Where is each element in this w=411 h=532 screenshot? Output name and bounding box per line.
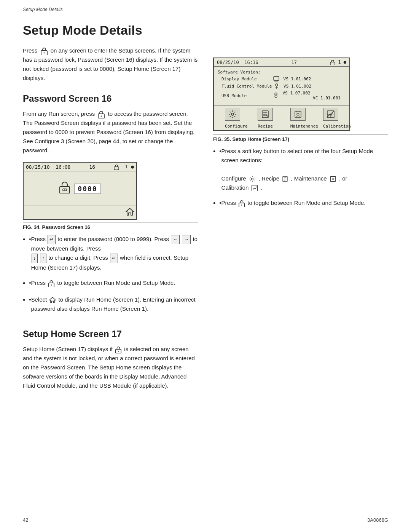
svg-point-48 [241,204,242,206]
fluid-module-icon [274,83,279,89]
sh-label-maintenance: Maintenance [290,124,306,129]
sh-label-fluid: Fluid Control Module [218,84,272,89]
sh-value-fluid: VS 1.01.002 [274,83,311,89]
setup-home-heading: Setup Home Screen 17 [23,329,198,339]
header-meta: Setup Mode Details [23,0,388,16]
intro-press-label: Press [23,47,37,54]
svg-rect-4 [114,167,119,170]
password-screen-body: From any Run screen, press to access the… [23,109,198,155]
bullet-item-2: • Press to toggle between Run Mode and S… [23,278,198,289]
sh-label-calibration: Calibration [323,124,338,129]
bullet-content-2: Press to toggle between Run Mode and Set… [31,278,198,288]
maintenance-icon-inline [329,175,337,183]
svg-point-39 [251,178,253,180]
left-arrow-icon: ← [171,235,180,244]
up-arrow-icon: ↑ [40,254,46,263]
svg-point-13 [118,351,119,352]
sh-bullet-1: • Press a soft key button to select one … [213,147,388,192]
lcd-screen-16: 08/25/10 16:08 16 1 ● [23,162,137,220]
display-module-icon [273,76,279,81]
sh-value-display: VS 1.01.002 [273,76,311,81]
sh-datetime: 08/25/10 16:16 [217,60,258,65]
enter-icon-2: ↵ [110,254,118,263]
right-column: 08/25/10 16:16 17 1 ● Software Version: [213,46,388,215]
svg-marker-8 [126,208,134,215]
sh-screen-num: 17 [292,60,297,65]
sh-value-usb: VS 1.07.002 VC 1.01.001 [273,91,341,101]
svg-rect-15 [274,77,279,80]
sh-bullet-content-2: Press to toggle between Run Mode and Set… [221,198,388,208]
lock-icon-intro [40,47,48,55]
usb-module-icon [273,93,279,99]
sh-btn-maintenance [290,108,306,121]
recipe-icon-inline [282,175,288,183]
sh-body1: Setup Home (Screen 17) displays if [23,346,113,352]
svg-point-24 [231,113,234,115]
left-column: Press on any screen to enter the Setup s… [23,46,198,397]
lcd-screen-number: 16 [89,164,95,170]
svg-rect-44 [330,176,335,181]
sh-btn-configure [225,108,240,121]
svg-rect-29 [295,111,301,117]
sh-label-title: Software Version: [218,70,271,75]
svg-point-19 [276,84,278,86]
sh-row-1: Display Module VS 1.01.002 [218,76,346,81]
sh-label-configure: Configure [225,124,240,129]
intro-text2: on any screen to enter the Setup screens… [23,47,198,81]
sh-bullet-2: • Press to toggle between Run Mode and S… [213,198,388,209]
sh-label-recipe: Recipe [258,124,273,129]
lcd-datetime: 08/25/10 16:08 [26,164,70,170]
setup-home-bullets: • Press a soft key button to select one … [213,147,388,209]
bullet-item-3: • Select to display Run Home (Screen 1).… [23,295,198,313]
lock-icon-sh [115,346,122,353]
sh-btn-calibration [323,108,338,121]
bullet-content-3: Select to display Run Home (Screen 1). E… [31,295,198,313]
lcd-password-value: 0000 [74,184,100,194]
home-icon-b3 [49,297,56,304]
lock-icon-b2 [48,280,55,287]
page-wrapper: Setup Mode Details Setup Mode Details Pr… [0,0,411,420]
svg-marker-11 [49,297,56,303]
svg-rect-14 [330,62,335,65]
configure-icon-inline [249,175,256,183]
lcd-body: 0000 [24,171,136,206]
password-screen-heading: Password Screen 16 [23,93,198,104]
page-number: 42 [23,517,28,523]
lcd-home-icon [126,208,134,217]
bullet-content-1: Press ↵ to enter the password (0000 to 9… [31,235,198,272]
lcd-password-symbol [59,181,70,196]
two-col-layout: Press on any screen to enter the Setup s… [23,46,388,397]
svg-point-30 [297,113,299,115]
svg-point-7 [64,189,65,190]
sh-row-2: Fluid Control Module VS 1.01.002 [218,83,346,89]
calibration-icon-inline [251,184,258,192]
svg-point-10 [51,284,52,286]
sh-label-usb: USB Module [218,93,271,98]
ps-body1: From any Run screen, press [23,110,95,117]
enter-icon: ↵ [48,235,56,244]
fig-caption-35: FIG. 35. Setup Home (Screen 17) [213,134,388,142]
setup-home-body: Setup Home (Screen 17) displays if is se… [23,345,198,390]
lcd-screen-17: 08/25/10 16:16 17 1 ● Software Version: [213,58,350,131]
sh-footer-labels: Configure Recipe Maintenance Calibration [214,123,349,130]
svg-point-3 [101,116,102,117]
doc-number: 3A0868G [367,517,388,523]
sh-topbar: 08/25/10 16:16 17 1 ● [214,58,349,67]
sh-row-0: Software Version: [218,70,346,75]
sh-body-versions: Software Version: Display Module VS 1.01… [214,67,349,105]
sh-btn-recipe [258,108,273,121]
sh-row-3: USB Module VS 1.07.002 VC 1.01.001 [218,91,346,101]
down-arrow-icon: ↓ [32,254,38,263]
sh-status: 1 ● [330,59,346,65]
sh-label-display: Display Module [218,77,271,81]
page-footer: 42 3A0868G [23,517,388,523]
fig-caption-34: FIG. 34. Password Screen 16 [23,222,198,230]
svg-point-45 [332,178,334,180]
sh-footer-buttons [214,105,349,123]
bullet-item-1: • Press ↵ to enter the password (0000 to… [23,235,198,272]
svg-point-1 [43,53,45,54]
lcd-footer [24,206,136,219]
svg-rect-46 [252,185,258,191]
lcd-status-icons: 1 ● [114,164,134,170]
lock-icon-sh-b2 [238,200,245,207]
